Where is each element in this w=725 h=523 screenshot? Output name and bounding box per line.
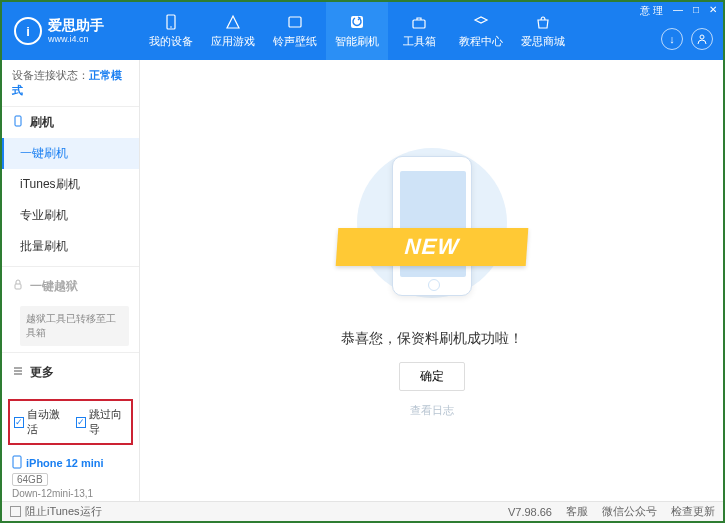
sidebar-section-flash[interactable]: 刷机	[2, 107, 139, 138]
phone-icon	[12, 115, 24, 130]
sidebar-item-other[interactable]: 其他工具	[2, 388, 139, 395]
service-link[interactable]: 客服	[566, 504, 588, 519]
main-content: NEW 恭喜您，保资料刷机成功啦！ 确定 查看日志	[140, 60, 723, 505]
logo-text: 爱思助手 www.i4.cn	[48, 18, 104, 43]
ok-button[interactable]: 确定	[399, 362, 465, 391]
app-name: 爱思助手	[48, 18, 104, 33]
nav-tabs: 我的设备 应用游戏 铃声壁纸 智能刷机 工具箱 教程中心	[140, 2, 723, 60]
tab-apps[interactable]: 应用游戏	[202, 2, 264, 60]
tab-store[interactable]: 爱思商城	[512, 2, 574, 60]
svg-point-5	[700, 35, 704, 39]
header-right-icons: ↓	[661, 28, 713, 50]
titlebar: i 爱思助手 www.i4.cn 我的设备 应用游戏 铃声壁纸 智能刷机	[2, 2, 723, 60]
svg-rect-7	[15, 284, 21, 289]
tab-label: 铃声壁纸	[273, 34, 317, 49]
app-window: i 爱思助手 www.i4.cn 我的设备 应用游戏 铃声壁纸 智能刷机	[0, 0, 725, 523]
tutorial-icon	[472, 13, 490, 31]
section-label: 一键越狱	[30, 278, 78, 295]
body-area: 设备连接状态：正常模式 刷机 一键刷机 iTunes刷机 专业刷机 批量刷机 一…	[2, 60, 723, 505]
user-icon[interactable]	[691, 28, 713, 50]
checkbox-icon	[10, 506, 21, 517]
window-controls: 意 理 — □ ✕	[638, 4, 719, 18]
flash-icon	[348, 13, 366, 31]
close-button[interactable]: ✕	[707, 4, 719, 18]
tab-my-device[interactable]: 我的设备	[140, 2, 202, 60]
connection-status: 设备连接状态：正常模式	[2, 60, 139, 107]
device-name-text: iPhone 12 mini	[26, 457, 104, 469]
phone-icon	[162, 13, 180, 31]
status-label: 设备连接状态：	[12, 69, 89, 81]
wechat-link[interactable]: 微信公众号	[602, 504, 657, 519]
checkbox-label: 自动激活	[27, 407, 66, 437]
success-illustration: NEW	[342, 148, 522, 308]
version-label: V7.98.66	[508, 506, 552, 518]
maximize-button[interactable]: □	[691, 4, 701, 18]
success-message: 恭喜您，保资料刷机成功啦！	[341, 330, 523, 348]
tab-label: 智能刷机	[335, 34, 379, 49]
section-label: 刷机	[30, 114, 54, 131]
phone-icon	[12, 455, 22, 471]
jailbreak-notice: 越狱工具已转移至工具箱	[20, 306, 129, 346]
svg-point-1	[170, 26, 172, 28]
tab-label: 爱思商城	[521, 34, 565, 49]
statusbar: 阻止iTunes运行 V7.98.66 客服 微信公众号 检查更新	[2, 501, 723, 521]
checkbox-skip-wizard[interactable]: ✓ 跳过向导	[76, 407, 128, 437]
store-icon	[534, 13, 552, 31]
new-banner: NEW	[335, 228, 528, 266]
device-block[interactable]: iPhone 12 mini 64GB Down-12mini-13,1	[2, 449, 139, 505]
app-url: www.i4.cn	[48, 34, 104, 44]
logo-area: i 爱思助手 www.i4.cn	[2, 17, 140, 45]
banner-text: NEW	[403, 234, 459, 260]
apps-icon	[224, 13, 242, 31]
tab-tutorial[interactable]: 教程中心	[450, 2, 512, 60]
checkbox-block-itunes[interactable]: 阻止iTunes运行	[10, 504, 102, 519]
tab-flash[interactable]: 智能刷机	[326, 2, 388, 60]
svg-rect-4	[413, 20, 425, 28]
svg-rect-6	[15, 116, 21, 126]
toolbox-icon	[410, 13, 428, 31]
device-storage-badge: 64GB	[12, 473, 48, 486]
sidebar-item-batch[interactable]: 批量刷机	[2, 231, 139, 262]
checkbox-icon: ✓	[14, 417, 24, 428]
view-log-link[interactable]: 查看日志	[410, 403, 454, 418]
feedback-button[interactable]: 意 理	[638, 4, 665, 18]
sidebar-item-itunes[interactable]: iTunes刷机	[2, 169, 139, 200]
section-label: 更多	[30, 364, 54, 381]
divider	[2, 266, 139, 267]
menu-icon	[12, 365, 24, 380]
checkbox-icon: ✓	[76, 417, 86, 428]
tab-label: 我的设备	[149, 34, 193, 49]
tab-label: 应用游戏	[211, 34, 255, 49]
checkbox-auto-activate[interactable]: ✓ 自动激活	[14, 407, 66, 437]
device-subtitle: Down-12mini-13,1	[12, 488, 129, 499]
sidebar-item-oneclick[interactable]: 一键刷机	[2, 138, 139, 169]
sidebar-section-jailbreak: 一键越狱	[2, 271, 139, 302]
download-icon[interactable]: ↓	[661, 28, 683, 50]
checkbox-label: 跳过向导	[89, 407, 128, 437]
update-link[interactable]: 检查更新	[671, 504, 715, 519]
tab-label: 教程中心	[459, 34, 503, 49]
svg-rect-8	[13, 456, 21, 468]
lock-icon	[12, 279, 24, 294]
svg-rect-2	[289, 17, 301, 27]
minimize-button[interactable]: —	[671, 4, 685, 18]
checkbox-area: ✓ 自动激活 ✓ 跳过向导	[8, 399, 133, 445]
device-name: iPhone 12 mini	[12, 455, 129, 471]
checkbox-label: 阻止iTunes运行	[25, 504, 102, 519]
tab-label: 工具箱	[403, 34, 436, 49]
logo-icon: i	[14, 17, 42, 45]
illustration-phone-icon	[392, 156, 472, 296]
media-icon	[286, 13, 304, 31]
tab-media[interactable]: 铃声壁纸	[264, 2, 326, 60]
sidebar-item-pro[interactable]: 专业刷机	[2, 200, 139, 231]
sidebar: 设备连接状态：正常模式 刷机 一键刷机 iTunes刷机 专业刷机 批量刷机 一…	[2, 60, 140, 505]
tab-toolbox[interactable]: 工具箱	[388, 2, 450, 60]
divider	[2, 352, 139, 353]
sidebar-section-more[interactable]: 更多	[2, 357, 139, 388]
sidebar-list: 刷机 一键刷机 iTunes刷机 专业刷机 批量刷机 一键越狱 越狱工具已转移至…	[2, 107, 139, 395]
